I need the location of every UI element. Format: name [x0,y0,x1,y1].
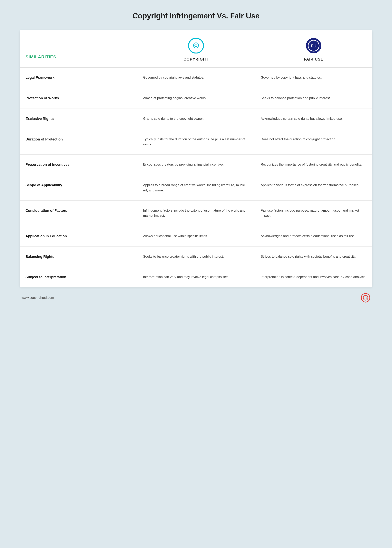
similarity-label-text: Balancing Rights [26,255,54,259]
cell-similarity-label: Application in Education [20,226,137,246]
cell-similarity-label: Duration of Protection [20,129,137,155]
cell-fairuse-value: Applies to various forms of expression f… [255,175,372,201]
cell-copyright-value: Grants sole rights to the copyright owne… [137,109,255,129]
table-row: Exclusive RightsGrants sole rights to th… [20,109,372,129]
cell-similarity-label: Scope of Applicability [20,175,137,201]
cell-fairuse-value: Acknowledges and protects certain educat… [255,226,372,246]
table-body: Legal FrameworkGoverned by copyright law… [20,68,372,287]
cell-similarity-label: Consideration of Factors [20,201,137,226]
cell-fairuse-value: Does not affect the duration of copyrigh… [255,129,372,155]
footer-copyright-icon: C [361,293,371,303]
table-row: Balancing RightsSeeks to balance creator… [20,247,372,267]
svg-text:FU: FU [311,43,316,49]
footer-url: www.copyrighted.com [21,296,54,300]
table-row: Legal FrameworkGoverned by copyright law… [20,68,372,88]
table-row: Duration of ProtectionTypically lasts fo… [20,129,372,155]
similarities-label: SIMILARITIES [26,55,56,62]
cell-similarity-label: Balancing Rights [20,247,137,267]
table-row: Scope of ApplicabilityApplies to a broad… [20,175,372,201]
header-similarities: SIMILARITIES [20,30,137,67]
cell-fairuse-value: Interpretation is context-dependent and … [255,267,372,287]
cell-similarity-label: Exclusive Rights [20,109,137,129]
footer: www.copyrighted.com C [20,287,372,305]
cell-fairuse-value: Fair use factors include purpose, nature… [255,201,372,226]
similarity-label-text: Consideration of Factors [26,209,67,213]
similarity-label-text: Scope of Applicability [26,183,62,187]
cell-fairuse-value: Strives to balance sole rights with soci… [255,247,372,267]
cell-copyright-value: Infringement factors include the extent … [137,201,255,226]
similarity-label-text: Exclusive Rights [26,117,54,121]
similarity-label-text: Legal Framework [26,76,55,80]
cell-similarity-label: Preservation of Incentives [20,155,137,175]
table-row: Consideration of FactorsInfringement fac… [20,201,372,226]
cell-similarity-label: Subject to Interpretation [20,267,137,287]
comparison-table: SIMILARITIES © COPYRIGHT FU FAIR USE Leg… [20,30,372,287]
cell-copyright-value: Aimed at protecting original creative wo… [137,88,255,109]
similarity-label-text: Application in Education [26,234,67,238]
similarity-label-text: Subject to Interpretation [26,275,66,279]
cell-copyright-value: Interpretation can vary and may involve … [137,267,255,287]
cell-fairuse-value: Seeks to balance protection and public i… [255,88,372,109]
page-title: Copyright Infringement Vs. Fair Use [133,12,259,20]
table-header: SIMILARITIES © COPYRIGHT FU FAIR USE [20,30,372,68]
svg-text:C: C [364,296,366,299]
table-row: Protection of WorksAimed at protecting o… [20,88,372,109]
cell-copyright-value: Governed by copyright laws and statutes. [137,68,255,88]
header-copyright: © COPYRIGHT [137,30,255,67]
cell-copyright-value: Applies to a broad range of creative wor… [137,175,255,201]
cell-copyright-value: Encourages creators by providing a finan… [137,155,255,175]
similarity-label-text: Protection of Works [26,96,59,100]
cell-copyright-value: Allows educational use within specific l… [137,226,255,246]
cell-similarity-label: Legal Framework [20,68,137,88]
cell-copyright-value: Seeks to balance creator rights with the… [137,247,255,267]
table-row: Application in EducationAllows education… [20,226,372,247]
fairuse-column-label: FAIR USE [304,57,323,62]
cell-copyright-value: Typically lasts for the duration of the … [137,129,255,155]
header-fairuse: FU FAIR USE [255,30,372,67]
similarity-label-text: Duration of Protection [26,137,63,141]
cell-fairuse-value: Recognizes the importance of fostering c… [255,155,372,175]
copyright-column-label: COPYRIGHT [183,57,209,62]
copyright-icon: © [188,38,204,54]
svg-text:©: © [193,41,199,50]
table-row: Preservation of IncentivesEncourages cre… [20,155,372,175]
table-row: Subject to InterpretationInterpretation … [20,267,372,287]
fairuse-icon: FU [306,38,322,54]
cell-fairuse-value: Governed by copyright laws and statutes. [255,68,372,88]
cell-similarity-label: Protection of Works [20,88,137,109]
cell-fairuse-value: Acknowledges certain sole rights but all… [255,109,372,129]
similarity-label-text: Preservation of Incentives [26,163,69,166]
